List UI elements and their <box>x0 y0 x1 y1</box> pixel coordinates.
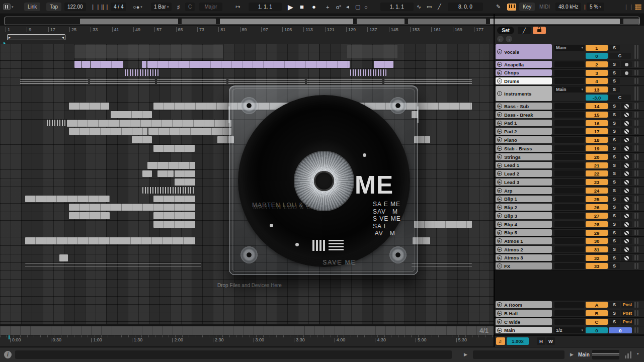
solo-button[interactable]: S <box>609 188 620 194</box>
track-arm-box[interactable] <box>621 170 632 176</box>
track-arm-box[interactable] <box>621 137 632 143</box>
track-name[interactable]: ▶Atmos 2 <box>496 246 552 253</box>
main-play-icon[interactable]: ▶ <box>570 352 574 357</box>
track-play-icon[interactable]: ▶ <box>497 311 502 316</box>
solo-button[interactable]: S <box>609 154 620 160</box>
track-arm-box[interactable] <box>621 238 632 244</box>
session-record-grid-icon[interactable]: ▢ <box>355 3 360 11</box>
main-waveform-display[interactable] <box>592 350 619 359</box>
track-value-box[interactable] <box>554 154 585 160</box>
track-row-strings[interactable]: ▶Strings20S <box>495 153 644 161</box>
track-name[interactable]: ▶Blip 5 <box>496 229 552 236</box>
app-menu-icon[interactable]: ▾ <box>3 3 14 11</box>
track-arm-box[interactable] <box>621 162 632 168</box>
arrangement-clip[interactable] <box>69 204 195 211</box>
track-channel-badge[interactable]: 33 <box>586 263 608 269</box>
track-row-bass-sub[interactable]: ▶Bass - Sub14S <box>495 102 644 111</box>
track-name[interactable]: ≡FX <box>496 262 552 269</box>
metronome-toggle[interactable]: ○●▾ <box>133 3 142 11</box>
track-channel-badge[interactable]: 20 <box>586 154 608 160</box>
arrangement-clip[interactable] <box>25 196 110 202</box>
time-ruler[interactable]: 0:000:301:001:302:002:303:003:304:004:30… <box>0 335 494 346</box>
track-name[interactable]: ▶Strings <box>496 153 552 160</box>
arrangement-clip[interactable] <box>74 45 223 58</box>
track-arm-box[interactable] <box>621 179 632 185</box>
arrangement-clip[interactable] <box>69 103 109 110</box>
track-play-icon[interactable]: ▶ <box>497 230 502 235</box>
arrangement-clip[interactable] <box>25 237 195 244</box>
solo-button[interactable]: S <box>609 78 620 84</box>
track-play-icon[interactable]: ▶ <box>497 197 502 202</box>
loop-switch[interactable]: ▭ <box>427 3 432 11</box>
track-play-icon[interactable]: ▶ <box>497 70 502 75</box>
track-play-icon[interactable]: ▶ <box>497 171 502 176</box>
arrangement-overview[interactable] <box>4 17 640 25</box>
track-channel-badge[interactable]: 23 <box>586 179 608 185</box>
track-row-vocals[interactable]: ≡VocalsMain▾1S0C <box>495 44 644 60</box>
track-channel-badge[interactable]: 25 <box>586 196 608 202</box>
track-name[interactable]: ≡Instruments <box>496 86 552 101</box>
solo-button[interactable]: S <box>609 213 620 219</box>
track-value-box[interactable] <box>554 221 585 227</box>
track-play-icon[interactable]: ▶ <box>497 255 502 260</box>
track-value-box[interactable] <box>554 112 585 118</box>
track-channel-badge[interactable]: 15 <box>586 112 608 118</box>
solo-button[interactable]: S <box>609 162 620 168</box>
track-arm-box[interactable] <box>621 230 632 236</box>
bar-ruler[interactable]: ▸◂ 1917253341495765738189971051131211291… <box>0 26 494 44</box>
height-button[interactable]: H <box>537 337 545 345</box>
solo-button[interactable]: S <box>609 179 620 185</box>
track-arm-box[interactable] <box>621 255 632 261</box>
track-name[interactable]: ▶Lead 2 <box>496 170 552 177</box>
track-channel-badge[interactable]: 27 <box>586 213 608 219</box>
track-name[interactable]: ▶Blip 4 <box>496 221 552 228</box>
track-channel-badge[interactable]: A <box>586 302 608 308</box>
track-name[interactable]: ▶Acapella <box>496 61 552 68</box>
track-channel-badge[interactable]: 4 <box>586 78 608 84</box>
track-row-blip-4[interactable]: ▶Blip 428S <box>495 220 644 229</box>
arrangement-clip[interactable] <box>374 61 393 68</box>
track-channel-badge[interactable]: C <box>586 319 608 325</box>
scale-name-field[interactable]: Major <box>199 3 222 11</box>
midi-map-button[interactable]: MIDI <box>539 3 550 11</box>
track-arm-box[interactable] <box>621 221 632 227</box>
track-play-icon[interactable]: ▶ <box>497 62 502 67</box>
track-name[interactable]: ▶A Room <box>496 301 552 308</box>
track-play-icon[interactable]: ▶ <box>497 328 502 333</box>
solo-button[interactable]: S <box>609 112 620 118</box>
track-play-icon[interactable]: ▶ <box>497 205 502 210</box>
tempo-field[interactable]: 122.00 <box>64 3 86 11</box>
track-arm-box[interactable] <box>621 103 632 109</box>
crossfade-assign-button[interactable]: C <box>609 53 631 59</box>
arrangement-clip[interactable] <box>153 221 195 228</box>
track-name[interactable]: ▶Lead 3 <box>496 178 552 186</box>
preview-speaker-icon[interactable]: ♬ <box>496 337 505 345</box>
play-button[interactable]: ▶ <box>288 3 293 11</box>
track-name[interactable]: ▶Piano <box>496 136 552 143</box>
track-play-icon[interactable]: ▶ <box>497 154 502 159</box>
solo-button[interactable]: S <box>609 45 620 51</box>
solo-button[interactable]: S <box>609 86 620 93</box>
arrangement-clip[interactable] <box>157 170 174 177</box>
track-name[interactable]: ▶Arp <box>496 187 552 194</box>
track-value-box[interactable] <box>554 179 585 185</box>
arrangement-clip[interactable] <box>153 196 195 202</box>
link-button[interactable]: Link <box>24 3 40 11</box>
scale-icon[interactable]: ♯ <box>177 3 180 11</box>
track-row-drums[interactable]: ≡Drums4S <box>495 77 644 85</box>
solo-button[interactable]: S <box>609 103 620 109</box>
solo-button[interactable]: S <box>609 196 620 202</box>
track-play-icon[interactable]: ▶ <box>497 146 502 151</box>
arrangement-clip[interactable] <box>125 69 159 76</box>
solo-button[interactable]: S <box>609 70 620 76</box>
return-track-row-b-hall[interactable]: ▶B HallBSPost <box>495 309 644 318</box>
track-play-icon[interactable]: ▶ <box>497 163 502 168</box>
track-name[interactable]: ▶Bass - Break <box>496 111 552 118</box>
track-arm-box[interactable] <box>621 120 632 126</box>
track-row-lead-3[interactable]: ▶Lead 323S <box>495 178 644 187</box>
solo-button[interactable]: S <box>609 145 620 151</box>
arrangement-clip[interactable] <box>142 61 146 68</box>
track-row-bass-break[interactable]: ▶Bass - Break15S <box>495 111 644 119</box>
track-row-pad-2[interactable]: ▶Pad 217S <box>495 127 644 136</box>
post-toggle[interactable]: Post <box>621 302 634 308</box>
